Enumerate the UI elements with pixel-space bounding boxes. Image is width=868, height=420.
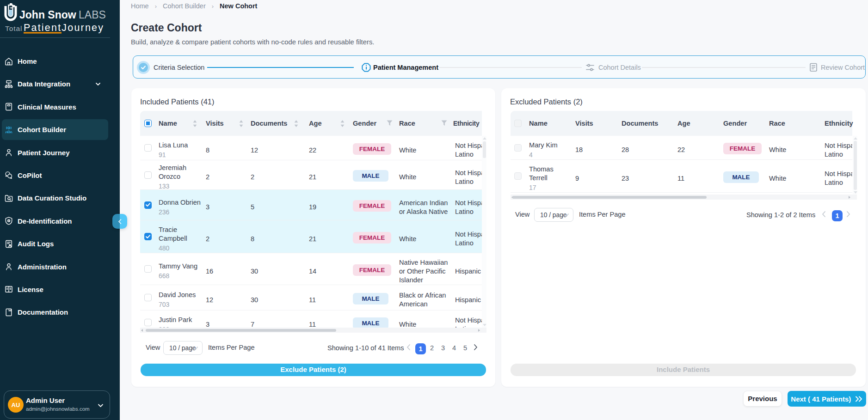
svg-text:PatientJourney: PatientJourney (24, 22, 104, 33)
svg-text:John Snow: John Snow (19, 9, 76, 21)
svg-text:LABS: LABS (79, 9, 106, 21)
svg-text:Total: Total (5, 24, 22, 32)
